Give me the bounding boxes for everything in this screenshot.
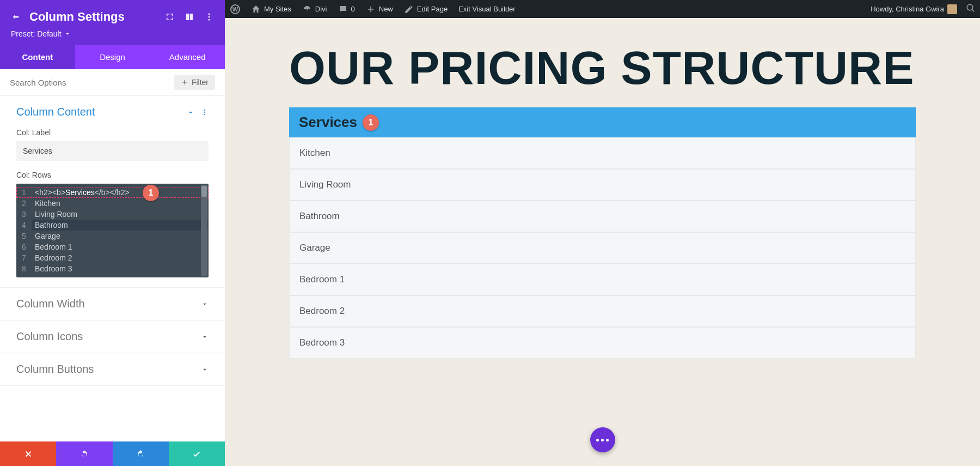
table-row: Kitchen bbox=[289, 137, 916, 169]
col-label-input[interactable] bbox=[16, 141, 209, 161]
dot-icon bbox=[596, 439, 599, 441]
col-rows-field-label: Col: Rows bbox=[16, 171, 209, 179]
table-row: Bathroom bbox=[289, 201, 916, 232]
discard-button[interactable] bbox=[0, 441, 56, 466]
page-preview: OUR PRICING STRUCTURE Services 1 Kitchen… bbox=[225, 18, 980, 466]
wordpress-icon: W bbox=[230, 4, 240, 14]
table-row: Bedroom 2 bbox=[289, 295, 916, 327]
settings-panel: Column Settings Preset: Default Content … bbox=[0, 0, 225, 466]
exit-visual-builder[interactable]: Exit Visual Builder bbox=[453, 0, 521, 18]
table-row: Garage bbox=[289, 232, 916, 264]
svg-point-1 bbox=[209, 16, 210, 18]
annotation-marker: 1 bbox=[363, 114, 379, 131]
panel-footer bbox=[0, 441, 225, 466]
wp-admin-bar: W My Sites Divi 0 New Edit Page Exit Vis… bbox=[225, 0, 980, 18]
code-editor[interactable]: 1<h2><b>Services</b></h2> 2Kitchen 3Livi… bbox=[16, 184, 209, 277]
more-icon[interactable] bbox=[204, 12, 214, 22]
dot-icon bbox=[601, 439, 604, 441]
more-icon[interactable] bbox=[201, 108, 209, 116]
tab-design[interactable]: Design bbox=[75, 45, 150, 69]
my-sites[interactable]: My Sites bbox=[246, 0, 297, 18]
svg-point-5 bbox=[204, 113, 205, 114]
check-icon bbox=[192, 449, 201, 459]
undo-button[interactable] bbox=[56, 441, 112, 466]
undo-icon bbox=[79, 449, 89, 459]
tab-content[interactable]: Content bbox=[0, 45, 75, 69]
close-icon bbox=[23, 449, 33, 459]
svg-point-2 bbox=[209, 19, 210, 21]
layout-icon[interactable] bbox=[185, 12, 194, 22]
section-title: Column Icons bbox=[16, 330, 83, 343]
annotation-marker: 1 bbox=[143, 185, 159, 201]
divi-label: Divi bbox=[315, 5, 327, 13]
options-search-row: Filter bbox=[0, 69, 225, 96]
tab-advanced[interactable]: Advanced bbox=[150, 45, 225, 69]
chevron-down-icon bbox=[201, 300, 209, 308]
preset-label: Preset: Default bbox=[11, 29, 62, 38]
table-row: Bedroom 3 bbox=[289, 327, 916, 359]
section-column-icons: Column Icons bbox=[0, 320, 225, 353]
comment-icon bbox=[338, 4, 348, 14]
section-head-width[interactable]: Column Width bbox=[16, 298, 209, 310]
redo-icon bbox=[136, 449, 145, 459]
howdy-label: Howdy, Christina Gwira bbox=[871, 5, 944, 13]
col-label-field-label: Col: Label bbox=[16, 128, 209, 137]
plus-icon bbox=[366, 4, 376, 14]
svg-point-4 bbox=[204, 111, 205, 112]
chevron-down-icon bbox=[201, 333, 209, 341]
search-icon bbox=[966, 3, 976, 13]
search-input[interactable] bbox=[10, 78, 169, 87]
edit-page[interactable]: Edit Page bbox=[399, 0, 453, 18]
section-column-width: Column Width bbox=[0, 288, 225, 320]
filter-button[interactable]: Filter bbox=[174, 75, 215, 90]
home-icon bbox=[251, 4, 261, 14]
caret-down-icon bbox=[64, 30, 71, 38]
plus-icon bbox=[181, 78, 188, 86]
section-title: Column Buttons bbox=[16, 363, 94, 376]
editor-scrollbar[interactable] bbox=[201, 185, 207, 276]
divi-menu[interactable]: Divi bbox=[297, 0, 333, 18]
comments-count: 0 bbox=[351, 5, 355, 13]
avatar bbox=[947, 4, 957, 14]
table-header-text: Services bbox=[299, 114, 357, 131]
comments[interactable]: 0 bbox=[333, 0, 360, 18]
pricing-table: Services 1 Kitchen Living Room Bathroom … bbox=[289, 107, 916, 359]
section-title: Column Width bbox=[16, 298, 85, 310]
svg-point-3 bbox=[204, 109, 205, 110]
panel-tabs: Content Design Advanced bbox=[0, 45, 225, 69]
chevron-up-icon bbox=[187, 108, 194, 116]
section-column-content: Column Content Col: Label Col: Rows 1<h2… bbox=[0, 96, 225, 288]
panel-title: Column Settings bbox=[29, 10, 125, 24]
redo-button[interactable] bbox=[113, 441, 169, 466]
table-row: Bedroom 1 bbox=[289, 264, 916, 295]
pencil-icon bbox=[404, 4, 414, 14]
my-sites-label: My Sites bbox=[264, 5, 291, 13]
dot-icon bbox=[606, 439, 609, 441]
save-button[interactable] bbox=[169, 441, 225, 466]
back-icon[interactable] bbox=[11, 12, 21, 22]
expand-icon[interactable] bbox=[165, 12, 175, 22]
section-title: Column Content bbox=[16, 106, 95, 118]
preset-selector[interactable]: Preset: Default bbox=[11, 29, 214, 38]
section-head-buttons[interactable]: Column Buttons bbox=[16, 363, 209, 376]
exit-label: Exit Visual Builder bbox=[458, 5, 516, 13]
section-column-buttons: Column Buttons bbox=[0, 353, 225, 386]
section-head-icons[interactable]: Column Icons bbox=[16, 330, 209, 343]
new-label: New bbox=[379, 5, 393, 13]
wp-logo[interactable]: W bbox=[225, 0, 246, 18]
table-header: Services 1 bbox=[289, 107, 916, 137]
section-head-content[interactable]: Column Content bbox=[16, 106, 209, 118]
table-row: Living Room bbox=[289, 169, 916, 201]
new-content[interactable]: New bbox=[360, 0, 399, 18]
svg-point-0 bbox=[209, 13, 210, 15]
filter-label: Filter bbox=[192, 78, 209, 87]
admin-search[interactable] bbox=[966, 3, 976, 15]
edit-page-label: Edit Page bbox=[417, 5, 448, 13]
builder-fab[interactable] bbox=[590, 427, 615, 452]
page-title: OUR PRICING STRUCTURE bbox=[225, 18, 980, 107]
chevron-down-icon bbox=[201, 366, 209, 373]
howdy-user[interactable]: Howdy, Christina Gwira bbox=[867, 0, 960, 18]
panel-header: Column Settings Preset: Default bbox=[0, 0, 225, 45]
gauge-icon bbox=[302, 4, 312, 14]
